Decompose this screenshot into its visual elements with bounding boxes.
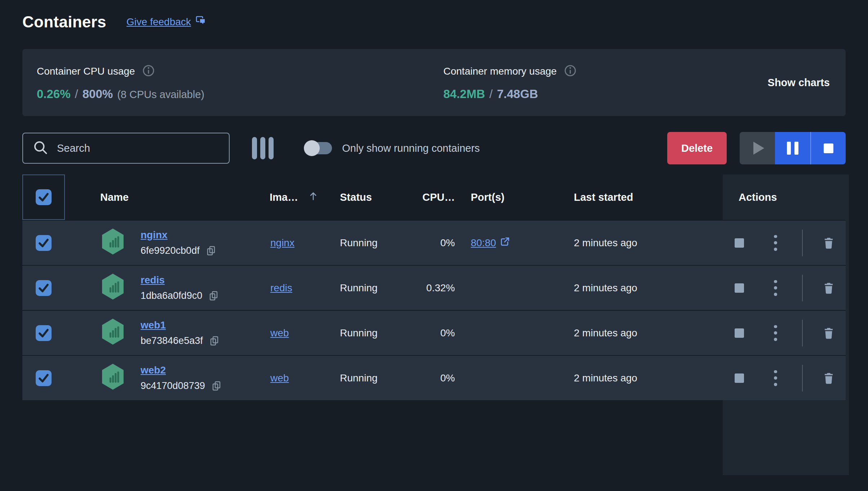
image-link[interactable]: web [270, 327, 289, 339]
search-box[interactable] [22, 133, 230, 164]
column-header-name[interactable]: Name [65, 174, 216, 220]
table-row[interactable]: nginx 6fe9920cb0df [22, 220, 846, 265]
select-all-checkbox[interactable] [36, 189, 52, 205]
pause-icon [787, 142, 791, 155]
port-link[interactable]: 80:80 [471, 236, 510, 249]
page-title: Containers [22, 13, 106, 31]
container-hexagon-icon [101, 273, 125, 302]
external-link-icon [500, 236, 510, 249]
column-header-actions: Actions [723, 174, 849, 220]
stop-icon [824, 143, 833, 153]
toolbar: Only show running containers Delete [22, 132, 846, 164]
containers-page: Containers Give feedback Container CPU u… [0, 0, 868, 400]
last-started-text: 2 minutes ago [548, 266, 723, 310]
bulk-actions-group [740, 132, 846, 164]
column-header-cpu[interactable]: CPU… [380, 174, 465, 220]
more-options-icon[interactable] [767, 280, 783, 296]
pause-button[interactable] [775, 132, 810, 164]
stop-icon [735, 373, 744, 383]
ports-cell [465, 266, 548, 310]
status-text: Running [294, 356, 380, 400]
select-all-cell [22, 174, 65, 220]
image-link[interactable]: nginx [270, 237, 294, 249]
more-options-icon[interactable] [767, 325, 783, 341]
row-stop-button[interactable] [731, 325, 747, 341]
info-icon[interactable] [564, 64, 577, 79]
column-header-ports[interactable]: Port(s) [465, 174, 548, 220]
cpu-usage-stat: Container CPU usage 0.26%/800%(8 CPUs av… [37, 64, 443, 101]
ports-cell [465, 356, 548, 400]
trash-icon[interactable] [821, 235, 837, 251]
table-body: nginx 6fe9920cb0df [22, 220, 846, 400]
container-hexagon-icon [101, 363, 125, 393]
give-feedback-label: Give feedback [127, 16, 191, 28]
row-stop-button[interactable] [731, 280, 747, 296]
cpu-total-value: 800% [83, 87, 113, 101]
play-button[interactable] [740, 132, 775, 164]
container-id: 6fe9920cb0df [141, 245, 200, 256]
table-row[interactable]: web1 be73846e5a3f [22, 310, 846, 355]
row-checkbox[interactable] [36, 280, 52, 296]
last-started-text: 2 minutes ago [548, 221, 723, 265]
image-link[interactable]: redis [270, 282, 292, 294]
row-stop-button[interactable] [731, 235, 747, 251]
cpu-available-note: (8 CPUs available) [117, 89, 204, 100]
cpu-usage-label: Container CPU usage [37, 66, 135, 77]
cpu-used-value: 0.26% [37, 87, 71, 101]
row-checkbox[interactable] [36, 325, 52, 341]
stop-icon [735, 238, 744, 248]
table-row[interactable]: web2 9c4170d08739 [22, 355, 846, 400]
column-header-image[interactable]: Ima… [216, 174, 294, 220]
container-hexagon-icon [101, 318, 125, 348]
container-name-link[interactable]: redis [141, 274, 220, 286]
cpu-value: 0.32% [380, 266, 465, 310]
containers-table: Name Ima… Status CPU… Port(s) Last start… [22, 174, 846, 400]
columns-icon[interactable] [252, 137, 274, 159]
cpu-value: 0% [380, 221, 465, 265]
column-header-status[interactable]: Status [294, 174, 380, 220]
give-feedback-link[interactable]: Give feedback [127, 15, 207, 29]
memory-total-value: 7.48GB [497, 87, 538, 101]
cpu-value: 0% [380, 356, 465, 400]
status-text: Running [294, 311, 380, 355]
trash-icon[interactable] [821, 370, 837, 386]
container-name-link[interactable]: web2 [141, 364, 222, 376]
last-started-text: 2 minutes ago [548, 311, 723, 355]
more-options-icon[interactable] [767, 235, 783, 251]
more-options-icon[interactable] [767, 370, 783, 386]
table-header-row: Name Ima… Status CPU… Port(s) Last start… [22, 174, 846, 220]
container-name-link[interactable]: web1 [141, 319, 220, 331]
memory-usage-label: Container memory usage [443, 66, 557, 77]
container-hexagon-icon [101, 228, 125, 257]
copy-icon[interactable] [205, 245, 217, 257]
image-link[interactable]: web [270, 372, 289, 384]
row-checkbox[interactable] [36, 370, 52, 386]
info-icon[interactable] [142, 64, 155, 79]
last-started-text: 2 minutes ago [548, 356, 723, 400]
container-id: be73846e5a3f [141, 335, 203, 346]
running-containers-toggle[interactable] [304, 140, 332, 156]
column-header-last-started[interactable]: Last started [548, 174, 723, 220]
search-input[interactable] [57, 142, 220, 154]
row-stop-button[interactable] [731, 370, 747, 386]
search-icon [32, 140, 48, 157]
cpu-value: 0% [380, 311, 465, 355]
ports-cell [465, 311, 548, 355]
stop-icon [735, 328, 744, 338]
table-row[interactable]: redis 1dba6a0fd9c0 [22, 265, 846, 310]
stop-button[interactable] [810, 132, 846, 164]
usage-stats-panel: Container CPU usage 0.26%/800%(8 CPUs av… [22, 49, 846, 116]
title-row: Containers Give feedback [22, 0, 846, 31]
trash-icon[interactable] [821, 280, 837, 296]
container-name-link[interactable]: nginx [141, 229, 217, 241]
status-text: Running [294, 221, 380, 265]
row-checkbox[interactable] [36, 235, 52, 251]
show-charts-button[interactable]: Show charts [768, 77, 830, 89]
cpu-separator: / [75, 87, 78, 101]
containers-table-section: Name Ima… Status CPU… Port(s) Last start… [22, 174, 846, 400]
status-text: Running [294, 266, 380, 310]
trash-icon[interactable] [821, 325, 837, 341]
memory-usage-stat: Container memory usage 84.2MB/7.48GB [443, 64, 577, 101]
delete-button[interactable]: Delete [667, 132, 727, 164]
memory-separator: / [490, 87, 493, 101]
